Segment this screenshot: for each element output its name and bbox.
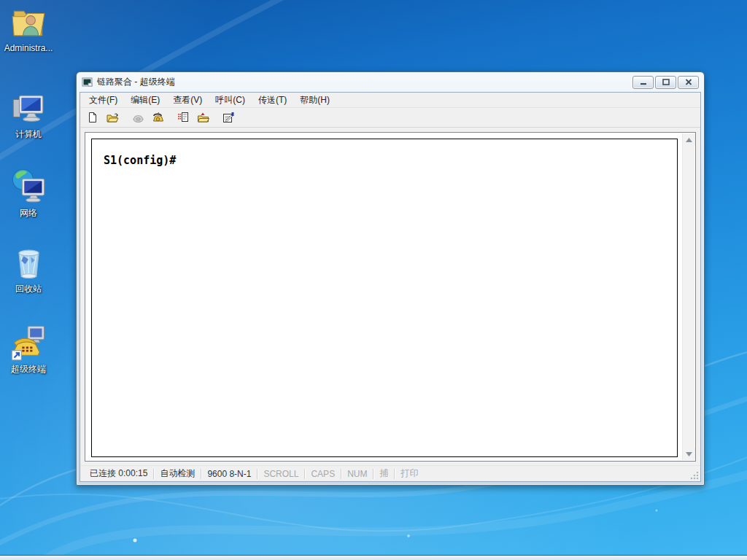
status-capture: 捕 (374, 467, 394, 480)
status-connection: 已连接 0:00:15 (84, 467, 153, 480)
terminal-screen[interactable]: S1(config)# (91, 139, 678, 457)
receive-file-icon (197, 112, 209, 123)
hyperterminal-icon (9, 324, 47, 362)
window-icon (82, 77, 93, 88)
menu-view[interactable]: 查看(V) (166, 93, 209, 108)
desktop-icon-label: 计算机 (15, 129, 42, 139)
status-baud: 9600 8-N-1 (201, 469, 257, 479)
desktop[interactable]: Administra... 计算机 网络 (0, 0, 747, 560)
minimize-icon (640, 79, 647, 85)
close-button[interactable] (678, 76, 699, 89)
maximize-button[interactable] (655, 76, 676, 89)
menu-bar: 文件(F) 编辑(E) 查看(V) 呼叫(C) 传送(T) 帮助(H) (80, 93, 700, 108)
desktop-icon-recycle-bin[interactable]: 回收站 (1, 244, 56, 295)
menu-call[interactable]: 呼叫(C) (209, 93, 252, 108)
scroll-up-button[interactable] (683, 133, 695, 146)
open-button[interactable] (104, 109, 121, 126)
hangup-icon (152, 112, 164, 123)
status-scroll: SCROLL (258, 469, 304, 479)
vertical-scrollbar[interactable] (682, 133, 694, 460)
desktop-icon-hyperterminal[interactable]: 超级终端 (1, 324, 56, 375)
administrator-folder-icon (10, 4, 47, 41)
desktop-icon-label: 超级终端 (11, 364, 46, 374)
titlebar[interactable]: 链路聚合 - 超级终端 (77, 72, 704, 92)
properties-button[interactable] (220, 109, 237, 126)
open-icon (107, 112, 119, 123)
menu-file[interactable]: 文件(F) (82, 93, 124, 108)
terminal-frame: S1(config)# (85, 132, 696, 462)
recycle-bin-icon (9, 244, 47, 281)
close-icon (685, 79, 692, 85)
desktop-icon-network[interactable]: 网络 (1, 168, 56, 219)
window-title: 链路聚合 - 超级终端 (97, 76, 632, 88)
receive-file-button[interactable] (194, 109, 212, 126)
menu-help[interactable]: 帮助(H) (293, 93, 336, 108)
desktop-icon-administrator[interactable]: Administra... (1, 4, 56, 54)
status-print-echo: 打印 (395, 467, 424, 480)
computer-icon (10, 90, 47, 127)
desktop-icon-computer[interactable]: 计算机 (1, 90, 56, 140)
status-emulation: 自动检测 (154, 467, 201, 480)
terminal-client-area: S1(config)# (80, 128, 700, 465)
network-icon (9, 168, 47, 206)
send-file-icon (177, 112, 190, 123)
toolbar (80, 108, 700, 128)
properties-icon (222, 112, 235, 123)
call-icon (132, 112, 144, 123)
taskbar-edge[interactable] (0, 555, 747, 560)
send-file-button[interactable] (174, 109, 192, 126)
terminal-prompt: S1(config)# (104, 154, 176, 167)
scroll-up-icon (686, 138, 692, 142)
maximize-icon (662, 79, 670, 85)
desktop-icon-label: 网络 (20, 208, 37, 218)
scroll-down-button[interactable] (683, 448, 695, 460)
status-num: NUM (341, 469, 373, 479)
new-connection-icon (87, 112, 98, 123)
menu-edit[interactable]: 编辑(E) (124, 93, 166, 108)
call-button (129, 109, 147, 126)
menu-transfer[interactable]: 传送(T) (252, 93, 293, 108)
hangup-button[interactable] (149, 109, 166, 126)
resize-grip[interactable] (689, 470, 699, 480)
status-bar: 已连接 0:00:15 自动检测 9600 8-N-1 SCROLL CAPS … (80, 465, 700, 481)
status-caps: CAPS (305, 469, 341, 479)
desktop-icon-label: Administra... (4, 43, 53, 53)
scroll-down-icon (686, 452, 692, 456)
hyperterminal-window: 链路聚合 - 超级终端 文件(F) 编辑(E) 查看(V) 呼叫(C) 传送(T (76, 71, 705, 486)
minimize-button[interactable] (632, 76, 654, 89)
new-connection-button[interactable] (84, 109, 101, 126)
desktop-icon-label: 回收站 (15, 284, 42, 294)
window-body: 文件(F) 编辑(E) 查看(V) 呼叫(C) 传送(T) 帮助(H) (80, 92, 701, 482)
